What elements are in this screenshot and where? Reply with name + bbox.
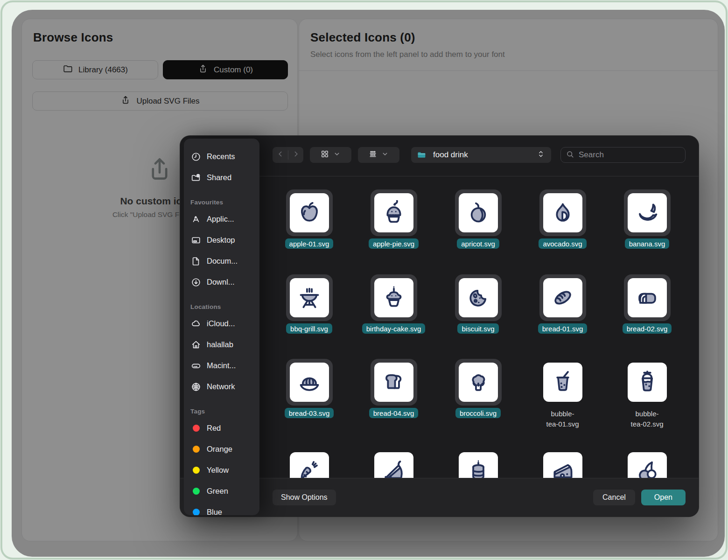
sidebar-item-green[interactable]: Green [190, 481, 255, 502]
view-mode-dropdown[interactable] [310, 147, 351, 163]
current-folder-label: food drink [433, 150, 468, 160]
document-icon [190, 256, 202, 266]
search-input[interactable] [578, 150, 683, 160]
avocado-icon [550, 200, 575, 225]
home-icon [190, 340, 202, 350]
cloud-icon [190, 319, 202, 329]
folder-icon [417, 150, 426, 160]
sidebar-item-label: Blue [207, 508, 222, 515]
sidebar-item-halallab[interactable]: halallab [190, 334, 255, 355]
file-bread-02-svg[interactable]: bread-02.svg [605, 274, 689, 334]
sidebar-item-label: iCloud... [207, 319, 235, 328]
bread-04-icon [381, 370, 406, 395]
sidebar-item-downl[interactable]: Downl... [190, 272, 255, 293]
screen: Browse Icons Library (4663) Custom (0) U… [0, 0, 728, 560]
file-name: bubble-tea-02.svg [630, 409, 663, 429]
sidebar-item-network[interactable]: Network [190, 376, 255, 397]
sidebar-item-docum[interactable]: Docum... [190, 251, 255, 272]
sidebar-item-desktop[interactable]: Desktop [190, 230, 255, 251]
banana-icon [635, 200, 660, 225]
file-bread-03-svg[interactable]: bread-03.svg [267, 359, 351, 429]
file-apricot-svg[interactable]: apricot.svg [436, 189, 520, 249]
chevron-down-icon [332, 149, 342, 161]
grid-view-icon [320, 149, 329, 161]
file-thumbnail [624, 189, 671, 236]
file-bbq-grill-svg[interactable]: bbq-grill.svg [267, 274, 351, 334]
file-name: avocado.svg [539, 238, 586, 249]
sidebar-item-recents[interactable]: Recents [190, 146, 255, 167]
file-broccoli-svg[interactable]: broccoli.svg [436, 359, 520, 429]
sidebar-item-label: Red [207, 424, 221, 433]
file-thumbnail [539, 274, 586, 321]
file-grid-row: bread-03.svgbread-04.svgbroccoli.svgbubb… [267, 359, 689, 429]
sidebar-item-red[interactable]: Red [190, 418, 255, 439]
sidebar-item-label: Network [207, 382, 235, 391]
sidebar-item-macint[interactable]: Macint... [190, 355, 255, 376]
current-folder-dropdown[interactable]: food drink [411, 147, 551, 163]
file-bread-04-svg[interactable]: bread-04.svg [351, 359, 436, 429]
clock-icon [190, 152, 202, 162]
sidebar-item-label: Desktop [207, 236, 235, 245]
sidebar-item-label: halallab [207, 340, 233, 349]
broccoli-icon [466, 370, 491, 395]
file-name: bread-04.svg [369, 408, 419, 418]
file-grid-row: bbq-grill.svgbirthday-cake.svgbiscuit.sv… [267, 274, 689, 334]
sidebar-item-icloud[interactable]: iCloud... [190, 313, 255, 334]
sidebar-item-applic[interactable]: Applic... [190, 209, 255, 230]
tag-dot-green [190, 488, 202, 495]
toolbar-divider [259, 176, 699, 176]
tag-dot-red [190, 425, 202, 432]
apple-pie-icon [381, 200, 406, 225]
file-bubble-tea-02-svg[interactable]: bubble-tea-02.svg [605, 359, 689, 429]
back-icon[interactable] [276, 149, 285, 161]
open-button[interactable]: Open [641, 490, 686, 505]
file-birthday-cake-svg[interactable]: birthday-cake.svg [351, 274, 436, 334]
file-thumbnail [539, 359, 586, 406]
sidebar-item-label: Downl... [207, 278, 235, 287]
file-thumbnail [455, 359, 502, 406]
forward-icon[interactable] [291, 149, 301, 161]
file-name: apple-pie.svg [369, 238, 419, 249]
file-thumbnail [286, 189, 333, 236]
tag-dot-orange [190, 446, 202, 453]
sidebar-item-label: Shared [207, 173, 231, 182]
file-thumbnail [455, 274, 502, 321]
file-banana-svg[interactable]: banana.svg [605, 189, 689, 249]
tag-dot-yellow [190, 467, 202, 474]
file-name: biscuit.svg [457, 323, 498, 334]
nav-history-group [273, 147, 303, 163]
file-thumbnail [371, 359, 417, 406]
file-thumbnail [286, 274, 333, 321]
bread-01-icon [550, 285, 575, 310]
file-thumbnail [286, 359, 333, 406]
group-by-dropdown[interactable] [358, 147, 399, 163]
nav-separator [288, 150, 288, 160]
birthday-cake-icon [381, 285, 406, 310]
sidebar-item-blue[interactable]: Blue [190, 502, 255, 515]
download-icon [190, 277, 202, 287]
sidebar-item-orange[interactable]: Orange [190, 439, 255, 460]
file-apple-pie-svg[interactable]: apple-pie.svg [351, 189, 436, 249]
file-biscuit-svg[interactable]: biscuit.svg [436, 274, 520, 334]
chevron-down-icon [380, 149, 390, 161]
show-options-button[interactable]: Show Options [273, 490, 336, 505]
file-name: broccoli.svg [455, 408, 501, 418]
file-name: bread-03.svg [285, 408, 334, 418]
file-name: apple-01.svg [285, 238, 334, 249]
file-dialog: food drink RecentsSharedFavouritesApplic… [180, 135, 699, 517]
file-bread-01-svg[interactable]: bread-01.svg [520, 274, 605, 334]
file-name: apricot.svg [457, 238, 499, 249]
file-avocado-svg[interactable]: avocado.svg [520, 189, 605, 249]
bread-03-icon [297, 370, 322, 395]
file-name: bbq-grill.svg [286, 323, 332, 334]
search-field[interactable] [560, 147, 686, 163]
desktop-icon [190, 235, 202, 245]
file-grid-row: apple-01.svgapple-pie.svgapricot.svgavoc… [267, 189, 689, 249]
file-apple-01-svg[interactable]: apple-01.svg [267, 189, 351, 249]
cancel-button[interactable]: Cancel [593, 490, 635, 505]
sidebar-item-shared[interactable]: Shared [190, 167, 255, 188]
sidebar-item-label: Docum... [207, 257, 238, 266]
sidebar-item-yellow[interactable]: Yellow [190, 460, 255, 481]
file-bubble-tea-01-svg[interactable]: bubble-tea-01.svg [520, 359, 605, 429]
sidebar-item-label: Yellow [207, 466, 229, 475]
